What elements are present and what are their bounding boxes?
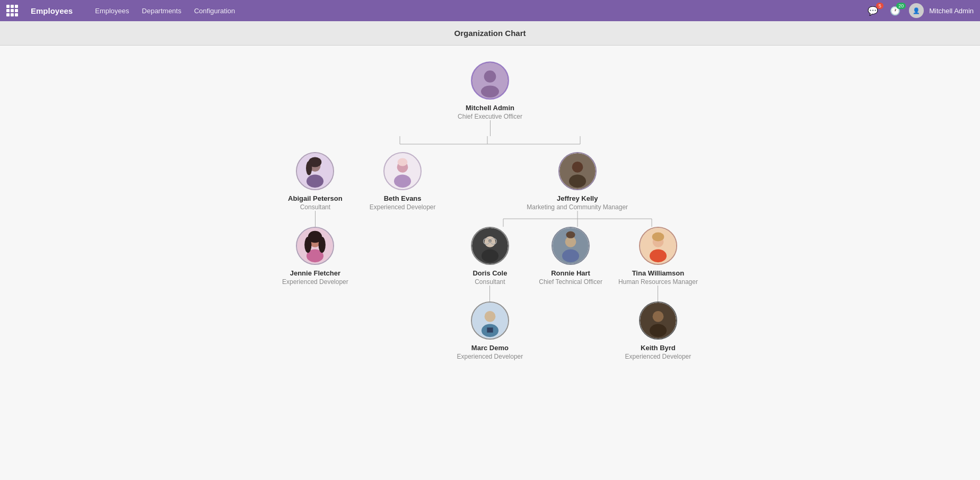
name-beth-evans: Beth Evans <box>384 194 422 202</box>
svg-point-11 <box>306 161 312 175</box>
avatar-keith-byrd <box>639 301 677 340</box>
title-tina-williamson: Human Resources Manager <box>618 278 698 286</box>
topbar-left: Employees Employees Departments Configur… <box>6 5 240 17</box>
page-title: Organization Chart <box>454 29 526 38</box>
avatar-tina-williamson <box>639 227 677 265</box>
svg-point-20 <box>394 175 411 188</box>
nav-departments[interactable]: Departments <box>137 5 187 17</box>
branch-beth: Beth Evans Experienced Developer <box>370 152 436 211</box>
connector-level1-hline <box>357 136 623 152</box>
connector-tina-down <box>658 286 658 301</box>
node-beth-evans[interactable]: Beth Evans Experienced Developer <box>370 152 436 211</box>
title-marc-demo: Experienced Developer <box>457 353 523 360</box>
svg-point-38 <box>485 311 496 322</box>
svg-point-43 <box>562 250 579 263</box>
title-ronnie-hart: Chief Technical Officer <box>539 278 602 286</box>
avatar-jeffrey-kelly <box>558 152 597 190</box>
branch-ronnie: Ronnie Hart Chief Technical Officer <box>539 227 602 286</box>
title-jeffrey-kelly: Marketing and Community Manager <box>527 203 628 211</box>
connector-doris-down <box>489 286 490 301</box>
activities-badge: 20 <box>896 3 906 9</box>
svg-point-2 <box>481 85 499 97</box>
messages-icon[interactable]: 💬 5 <box>864 5 881 17</box>
svg-point-9 <box>307 175 323 188</box>
org-chart: Mitchell Admin Chief Executive Officer <box>11 61 969 360</box>
level2-jeffrey-row: Doris Cole Consultant <box>457 227 698 360</box>
avatar-beth-evans <box>383 152 422 190</box>
svg-point-51 <box>650 324 667 337</box>
user-name[interactable]: Mitchell Admin <box>929 7 974 15</box>
svg-point-50 <box>653 311 664 322</box>
connector-abigail-down <box>315 211 316 227</box>
activities-icon[interactable]: 🕐 20 <box>887 5 904 17</box>
nav-employees[interactable]: Employees <box>90 5 134 17</box>
svg-point-48 <box>652 233 664 242</box>
name-keith-byrd: Keith Byrd <box>641 344 676 352</box>
branch-doris: Doris Cole Consultant <box>457 227 523 360</box>
user-avatar[interactable]: 👤 <box>909 3 924 18</box>
name-ronnie-hart: Ronnie Hart <box>551 269 590 277</box>
branch-jeffrey: Jeffrey Kelly Marketing and Community Ma… <box>457 152 698 360</box>
title-abigail-peterson: Consultant <box>300 203 330 211</box>
messages-badge: 5 <box>876 3 883 9</box>
connector-jeffrey-hline <box>477 211 678 227</box>
svg-point-17 <box>319 237 326 253</box>
node-jennie-fletcher[interactable]: Jennie Fletcher Experienced Developer <box>282 227 348 286</box>
svg-point-24 <box>569 175 586 188</box>
title-beth-evans: Experienced Developer <box>370 203 436 211</box>
title-keith-byrd: Experienced Developer <box>625 353 692 360</box>
branch-tina: Tina Williamson Human Resources Manager <box>618 227 698 360</box>
svg-point-16 <box>305 237 312 253</box>
level1-row: Abigail Peterson Consultant <box>282 152 698 360</box>
page-header: Organization Chart <box>0 21 980 46</box>
level1-container: Abigail Peterson Consultant <box>282 136 698 360</box>
topbar: Employees Employees Departments Configur… <box>0 0 980 21</box>
svg-point-44 <box>566 232 575 238</box>
title-jennie-fletcher: Experienced Developer <box>282 278 348 286</box>
svg-point-1 <box>484 70 496 83</box>
branch-abigail: Abigail Peterson Consultant <box>282 152 348 286</box>
connector-root-down <box>490 120 491 136</box>
topbar-right: 💬 5 🕐 20 👤 Mitchell Admin <box>864 3 974 18</box>
title-doris-cole: Consultant <box>475 278 505 286</box>
svg-point-32 <box>482 250 498 263</box>
name-tina-williamson: Tina Williamson <box>632 269 685 277</box>
name-abigail-peterson: Abigail Peterson <box>288 194 343 202</box>
svg-point-47 <box>650 250 667 263</box>
nav-links: Employees Departments Configuration <box>90 5 240 17</box>
avatar-ronnie-hart <box>552 227 590 265</box>
name-jeffrey-kelly: Jeffrey Kelly <box>557 194 598 202</box>
node-keith-byrd[interactable]: Keith Byrd Experienced Developer <box>625 301 692 360</box>
svg-point-21 <box>398 158 408 166</box>
node-jeffrey-kelly[interactable]: Jeffrey Kelly Marketing and Community Ma… <box>527 152 628 211</box>
nav-configuration[interactable]: Configuration <box>189 5 240 17</box>
avatar-marc-demo <box>471 301 509 340</box>
name-doris-cole: Doris Cole <box>472 269 507 277</box>
node-abigail-peterson[interactable]: Abigail Peterson Consultant <box>288 152 343 211</box>
svg-rect-40 <box>487 327 493 332</box>
avatar-abigail-peterson <box>296 152 334 190</box>
node-ronnie-hart[interactable]: Ronnie Hart Chief Technical Officer <box>539 227 602 286</box>
app-title[interactable]: Employees <box>31 6 73 15</box>
name-mitchell-admin: Mitchell Admin <box>466 104 514 112</box>
name-jennie-fletcher: Jennie Fletcher <box>290 269 340 277</box>
svg-point-23 <box>572 162 583 173</box>
node-tina-williamson[interactable]: Tina Williamson Human Resources Manager <box>618 227 698 286</box>
node-doris-cole[interactable]: Doris Cole Consultant <box>471 227 509 286</box>
avatar-mitchell-admin <box>471 61 509 100</box>
node-marc-demo[interactable]: Marc Demo Experienced Developer <box>457 301 523 360</box>
title-mitchell-admin: Chief Executive Officer <box>458 113 522 120</box>
avatar-jennie-fletcher <box>296 227 334 265</box>
name-marc-demo: Marc Demo <box>471 344 509 352</box>
avatar-doris-cole <box>471 227 509 265</box>
node-mitchell-admin[interactable]: Mitchell Admin Chief Executive Officer <box>458 61 522 120</box>
apps-menu-icon[interactable] <box>6 5 18 16</box>
chart-area: Mitchell Admin Chief Executive Officer <box>0 46 980 480</box>
